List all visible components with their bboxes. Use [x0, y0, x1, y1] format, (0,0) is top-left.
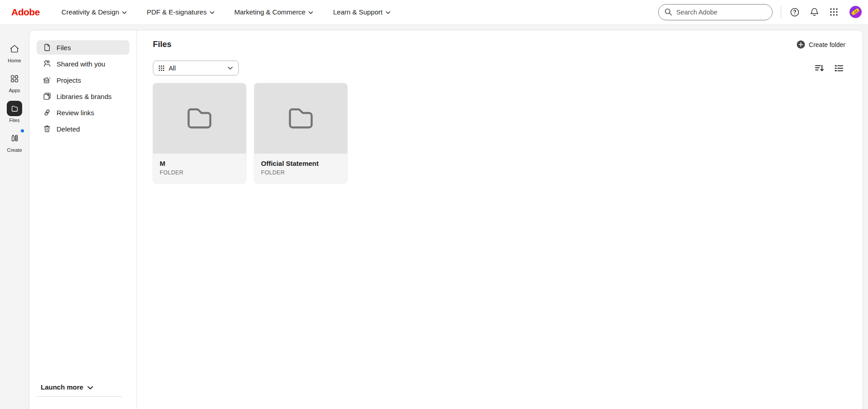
trash-icon [43, 125, 51, 133]
launch-more-button[interactable]: Launch more [41, 383, 93, 391]
nav-menu-creativity-design[interactable]: Creativity & Design [62, 8, 127, 16]
rail-item-home[interactable]: Home [7, 41, 22, 63]
create-icon [7, 131, 22, 146]
avatar-pencil-graphic [851, 8, 859, 15]
launch-more-label: Launch more [41, 383, 83, 391]
create-folder-label: Create folder [809, 41, 845, 48]
folder-thumbnail [254, 83, 347, 154]
chevron-down-icon [210, 8, 214, 16]
people-icon [43, 60, 51, 68]
rail-item-files[interactable]: Files [7, 101, 22, 123]
search-icon [664, 8, 672, 16]
nav-menu-marketing-commerce[interactable]: Marketing & Commerce [234, 8, 313, 16]
files-sidebar: Files Shared with you Projects Libraries… [29, 30, 137, 409]
grid-view-dots-icon [159, 66, 164, 71]
nav-menu-label: Marketing & Commerce [234, 8, 306, 16]
nav-menu-label: Learn & Support [333, 8, 382, 16]
sidebar-item-deleted[interactable]: Deleted [37, 122, 129, 136]
sidebar-item-projects[interactable]: Projects [37, 73, 129, 87]
nav-menu-learn-support[interactable]: Learn & Support [333, 8, 390, 16]
nav-divider [781, 6, 781, 19]
nav-menu-label: PDF & E-signatures [147, 8, 207, 16]
sidebar-item-review-links[interactable]: Review links [37, 105, 129, 120]
rail-item-label: Apps [9, 88, 20, 93]
nav-icons [788, 6, 862, 19]
folder-card-meta: Official Statement FOLDER [254, 154, 347, 176]
create-folder-button[interactable]: Create folder [797, 40, 845, 49]
left-rail: Home Apps Files [0, 24, 29, 409]
primary-nav: Creativity & Design PDF & E-signatures M… [62, 8, 390, 16]
nav-menu-pdf-esignatures[interactable]: PDF & E-signatures [147, 8, 214, 16]
folder-type-label: FOLDER [261, 169, 341, 176]
nav-right-cluster [658, 4, 862, 20]
project-box-icon [43, 76, 51, 84]
folder-name: M [160, 160, 239, 167]
folder-card-official-statement[interactable]: Official Statement FOLDER [254, 83, 347, 183]
files-folder-icon [7, 101, 22, 116]
folder-icon [286, 106, 315, 131]
filter-selected-value: All [169, 65, 176, 72]
help-icon[interactable] [788, 6, 801, 19]
rail-item-create[interactable]: Create [7, 131, 22, 153]
rail-item-label: Home [8, 58, 21, 63]
adobe-logo[interactable]: Adobe [11, 7, 40, 18]
libraries-icon [43, 92, 51, 100]
home-icon [7, 41, 22, 56]
chevron-down-icon [122, 8, 127, 16]
sidebar-item-files[interactable]: Files [37, 40, 129, 55]
document-icon [43, 43, 51, 52]
sort-order-icon[interactable] [813, 62, 825, 75]
sidebar-item-label: Deleted [57, 125, 80, 133]
sidebar-item-label: Projects [57, 76, 81, 84]
page-title: Files [153, 40, 171, 49]
sidebar-item-libraries-brands[interactable]: Libraries & brands [37, 89, 129, 103]
toolbar: All [153, 61, 845, 75]
sidebar-item-label: Review links [57, 109, 94, 117]
rail-item-apps[interactable]: Apps [7, 71, 22, 93]
chevron-down-icon [228, 66, 233, 70]
rail-item-label: Create [7, 147, 22, 153]
page-body: Home Apps Files [0, 24, 868, 409]
sidebar-item-label: Files [57, 44, 71, 52]
rail-item-label: Files [9, 118, 19, 123]
search-box[interactable] [658, 4, 773, 20]
chevron-down-icon [87, 383, 93, 391]
app-launcher-grid-icon[interactable] [827, 6, 840, 19]
files-main: Files Create folder [137, 30, 863, 409]
chevron-down-icon [386, 8, 390, 16]
account-avatar[interactable] [849, 6, 862, 18]
filter-dropdown[interactable]: All [153, 61, 239, 75]
view-controls [813, 62, 845, 75]
sidebar-item-label: Shared with you [57, 60, 105, 68]
plus-circle-icon [797, 40, 805, 49]
apps-icon [7, 71, 22, 86]
chevron-down-icon [308, 8, 313, 16]
folder-card-m[interactable]: M FOLDER [153, 83, 246, 183]
main-header: Files Create folder [153, 40, 845, 49]
folder-card-meta: M FOLDER [153, 154, 246, 176]
search-input[interactable] [676, 9, 766, 16]
folder-grid: M FOLDER Official Statement FOLDER [153, 83, 845, 183]
sidebar-divider [37, 396, 122, 397]
folder-icon [185, 106, 214, 131]
folder-name: Official Statement [261, 160, 341, 167]
sidebar-item-shared-with-you[interactable]: Shared with you [37, 56, 129, 71]
folder-thumbnail [153, 83, 246, 154]
top-nav: Adobe Creativity & Design PDF & E-signat… [0, 0, 868, 24]
nav-menu-label: Creativity & Design [62, 8, 119, 16]
link-icon [43, 108, 51, 117]
sidebar-item-label: Libraries & brands [57, 93, 112, 100]
list-view-icon[interactable] [833, 62, 845, 75]
notifications-bell-icon[interactable] [808, 6, 821, 19]
create-notification-dot [21, 129, 24, 132]
folder-type-label: FOLDER [160, 169, 239, 176]
content-panel: Files Shared with you Projects Libraries… [29, 30, 863, 409]
